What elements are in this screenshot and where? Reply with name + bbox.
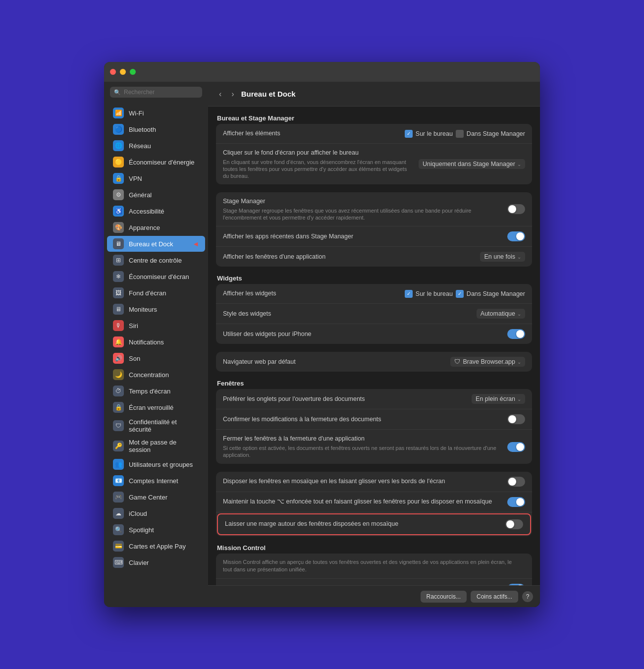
back-button[interactable]: ‹ <box>216 89 224 100</box>
sidebar-item-bluetooth[interactable]: 🔵Bluetooth <box>107 121 205 137</box>
row-fermer-fenetres: Fermer les fenêtres à la fermeture d'une… <box>216 430 532 463</box>
label-navigateur: Navigateur web par défaut <box>223 358 450 367</box>
maximize-button[interactable] <box>130 69 136 75</box>
row-maintenir-touche: Maintenir la touche ⌥ enfoncée tout en f… <box>216 492 532 512</box>
sidebar-item-utilisateurs[interactable]: 👥Utilisateurs et groupes <box>107 456 205 472</box>
chevron-icon: ⌄ <box>517 162 521 167</box>
toggle-stage-manager[interactable] <box>507 204 525 214</box>
toggle-widgets-iphone[interactable] <box>507 329 525 339</box>
dropdown-navigateur[interactable]: 🛡 Brave Browser.app ⌄ <box>450 357 525 367</box>
row-disposer-mosaique: Disposer les fenêtres en mosaïque en les… <box>216 472 532 492</box>
sidebar-item-confidentialite[interactable]: 🛡Confidentialité et sécurité <box>107 416 205 436</box>
sidebar-icon-bluetooth: 🔵 <box>113 124 124 135</box>
label-stage-manager: Stage Manager Stage Manager regroupe les… <box>223 197 507 221</box>
bottom-bar: Raccourcis... Coins actifs... ? <box>208 585 540 607</box>
sidebar-label-economiseur-ecran: Économiseur d'écran <box>129 273 189 280</box>
sidebar-item-temps-ecran[interactable]: ⏱Temps d'écran <box>107 383 205 399</box>
sidebar-label-mot-de-passe: Mot de passe de session <box>129 439 199 453</box>
section-title-bureau: Bureau et Stage Manager <box>216 114 532 122</box>
main-scroll[interactable]: Bureau et Stage Manager Afficher les élé… <box>208 107 540 585</box>
dropdown-style-widgets[interactable]: Automatique ⌄ <box>477 309 525 319</box>
checkbox-sur-bureau[interactable]: ✓ <box>405 130 413 138</box>
sidebar-item-centre-controle[interactable]: ⊞Centre de contrôle <box>107 252 205 268</box>
sidebar-icon-bureau-dock: 🖥 <box>113 238 124 249</box>
sidebar-item-spotlight[interactable]: 🔍Spotlight <box>107 522 205 538</box>
sidebar-icon-siri: 🎙 <box>113 320 124 331</box>
dropdown-fenetres-app[interactable]: En une fois ⌄ <box>480 252 525 262</box>
sidebar-item-cartes[interactable]: 💳Cartes et Apple Pay <box>107 538 205 554</box>
section-box-fenetres: Préférer les onglets pour l'ouverture de… <box>216 389 532 463</box>
sidebar-item-icloud[interactable]: ☁iCloud <box>107 505 205 521</box>
browser-name: Brave Browser.app <box>463 358 515 365</box>
row-rearranges-spaces: Réarranger automatiquement les Spaces en… <box>216 579 532 585</box>
sidebar-item-mot-de-passe[interactable]: 🔑Mot de passe de session <box>107 436 205 456</box>
sidebar-item-comptes-internet[interactable]: 📧Comptes Internet <box>107 473 205 489</box>
toggle-marge[interactable] <box>505 519 523 529</box>
sidebar-item-ecran-verrouille[interactable]: 🔒Écran verrouillé <box>107 399 205 415</box>
sidebar-item-fond-ecran[interactable]: 🖼Fond d'écran <box>107 285 205 301</box>
sidebar-item-bureau-dock[interactable]: 🖥Bureau et Dock◄ <box>107 236 205 252</box>
label-disposer-mosaique: Disposer les fenêtres en mosaïque en les… <box>223 477 507 486</box>
sidebar-item-reseau[interactable]: 🌐Réseau <box>107 138 205 154</box>
sidebar-item-concentration[interactable]: 🌙Concentration <box>107 367 205 383</box>
sidebar-item-accessibilite[interactable]: ♿Accessibilité <box>107 203 205 219</box>
sidebar-label-notifications: Notifications <box>129 338 164 346</box>
forward-button[interactable]: › <box>228 89 237 100</box>
section-title-fenetres: Fenêtres <box>216 380 532 387</box>
main-panel: ‹ › Bureau et Dock Bureau et Stage Manag… <box>208 82 540 607</box>
sidebar-item-notifications[interactable]: 🔔Notifications <box>107 334 205 350</box>
sidebar-icon-economiseur-ecran: ❄ <box>113 271 124 282</box>
toggle-maintenir[interactable] <box>507 497 525 507</box>
dropdown-cliquer-fond[interactable]: Uniquement dans Stage Manager ⌄ <box>419 159 525 169</box>
sidebar-icon-general: ⚙ <box>113 189 124 200</box>
label-afficher-widgets: Afficher les widgets <box>223 289 405 298</box>
checkbox-widgets-bureau[interactable]: ✓ <box>405 290 413 298</box>
sidebar-icon-comptes-internet: 📧 <box>113 475 124 486</box>
sidebar-label-general: Général <box>129 191 152 199</box>
sidebar-item-economiseur-ecran[interactable]: ❄Économiseur d'écran <box>107 269 205 284</box>
sidebar-item-general[interactable]: ⚙Général <box>107 187 205 203</box>
toggle-disposer[interactable] <box>507 477 525 487</box>
sidebar-item-siri[interactable]: 🎙Siri <box>107 318 205 334</box>
shortcuts-button[interactable]: Raccourcis... <box>421 591 467 603</box>
sidebar-label-centre-controle: Centre de contrôle <box>129 257 182 264</box>
sidebar-item-son[interactable]: 🔊Son <box>107 350 205 366</box>
dropdown-onglets[interactable]: En plein écran ⌄ <box>472 394 525 404</box>
checkbox-widgets-stage[interactable]: ✓ <box>456 290 464 298</box>
sidebar-item-apparence[interactable]: 🎨Apparence <box>107 220 205 235</box>
search-input[interactable] <box>124 89 198 96</box>
toggle-fermer-fenetres[interactable] <box>507 442 525 452</box>
sidebar-item-vpn[interactable]: 🔒VPN <box>107 170 205 186</box>
active-corners-button[interactable]: Coins actifs... <box>471 591 518 603</box>
sidebar-label-apparence: Apparence <box>129 224 160 231</box>
sidebar-label-son: Son <box>129 355 140 362</box>
sidebar-label-concentration: Concentration <box>129 371 169 379</box>
section-box-bureau: Afficher les éléments ✓ Sur le bureau Da… <box>216 124 532 184</box>
sidebar-label-confidentialite: Confidentialité et sécurité <box>129 418 199 433</box>
checkbox-stage-manager[interactable] <box>456 130 464 138</box>
sidebar-item-wifi[interactable]: 📶Wi-Fi <box>107 105 205 121</box>
chevron-icon2: ⌄ <box>517 254 521 260</box>
sidebar-item-moniteurs[interactable]: 🖥Moniteurs <box>107 301 205 317</box>
sidebar-item-clavier[interactable]: ⌨Clavier <box>107 555 205 570</box>
help-button[interactable]: ? <box>522 591 533 602</box>
toggle-apps-recentes[interactable] <box>507 231 525 241</box>
toggle-confirmer[interactable] <box>507 414 525 424</box>
sidebar-item-economiseur-energie[interactable]: 🟡Économiseur d'énergie <box>107 154 205 170</box>
sidebar-label-bureau-dock: Bureau et Dock <box>129 240 173 248</box>
sidebar-label-reseau: Réseau <box>129 142 151 150</box>
sidebar-label-cartes: Cartes et Apple Pay <box>129 543 186 550</box>
sidebar-icon-clavier: ⌨ <box>113 557 124 568</box>
sidebar: 🔍 📶Wi-Fi🔵Bluetooth🌐Réseau🟡Économiseur d'… <box>104 82 208 607</box>
section-box-mission: Mission Control affiche un aperçu de tou… <box>216 554 532 585</box>
sidebar-label-moniteurs: Moniteurs <box>129 306 157 313</box>
titlebar <box>104 62 540 82</box>
mission-control-description: Mission Control affiche un aperçu de tou… <box>223 558 525 574</box>
sidebar-label-comptes-internet: Comptes Internet <box>129 477 178 485</box>
search-bar[interactable]: 🔍 <box>110 87 202 98</box>
close-button[interactable] <box>110 69 116 75</box>
row-afficher-widgets: Afficher les widgets ✓ Sur le bureau ✓ D… <box>216 284 532 304</box>
sidebar-item-game-center[interactable]: 🎮Game Center <box>107 489 205 505</box>
minimize-button[interactable] <box>120 69 126 75</box>
label-fenetres-app: Afficher les fenêtres d'une application <box>223 253 480 262</box>
